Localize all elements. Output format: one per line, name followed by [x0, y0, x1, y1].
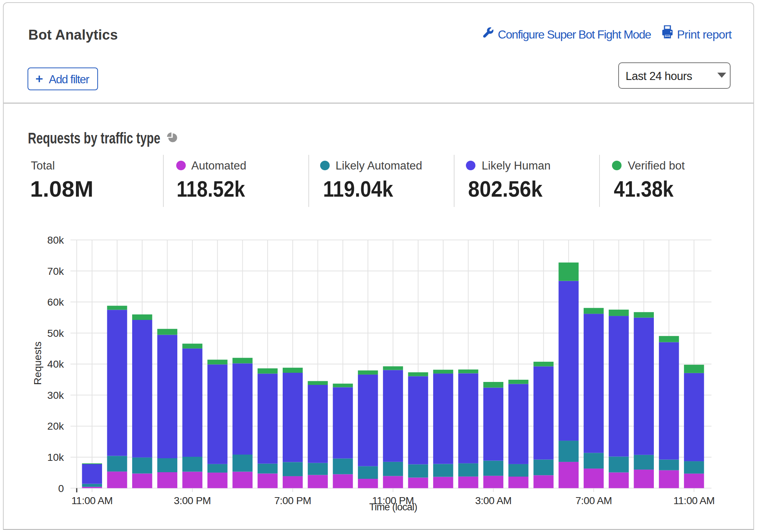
svg-text:10k: 10k: [47, 452, 64, 463]
svg-text:7:00 AM: 7:00 AM: [575, 495, 612, 506]
svg-text:0: 0: [58, 483, 64, 494]
svg-text:11:00 AM: 11:00 AM: [673, 495, 714, 506]
svg-text:Time (local): Time (local): [369, 502, 417, 513]
svg-text:20k: 20k: [47, 420, 64, 432]
svg-text:7:00 PM: 7:00 PM: [274, 495, 311, 506]
svg-text:11:00 AM: 11:00 AM: [72, 495, 113, 506]
svg-text:50k: 50k: [47, 328, 64, 339]
svg-text:3:00 PM: 3:00 PM: [174, 495, 211, 506]
svg-text:30k: 30k: [47, 390, 64, 401]
svg-text:80k: 80k: [47, 234, 64, 246]
svg-text:60k: 60k: [47, 296, 64, 308]
svg-text:3:00 AM: 3:00 AM: [475, 495, 511, 506]
svg-text:40k: 40k: [47, 358, 64, 370]
svg-text:Requests: Requests: [32, 342, 43, 385]
svg-text:70k: 70k: [47, 266, 64, 277]
